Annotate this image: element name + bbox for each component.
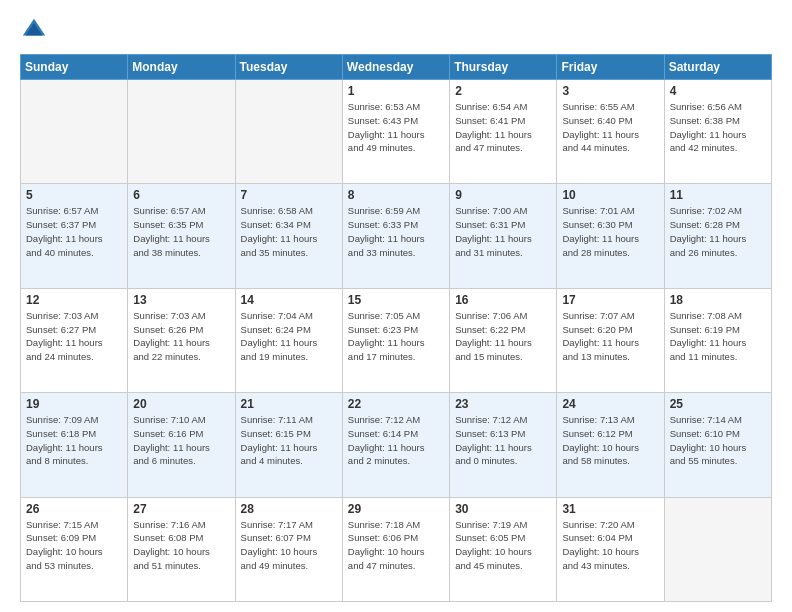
day-info: Sunrise: 7:06 AM Sunset: 6:22 PM Dayligh… (455, 309, 551, 364)
calendar-week-2: 5Sunrise: 6:57 AM Sunset: 6:37 PM Daylig… (21, 184, 772, 288)
weekday-header-saturday: Saturday (664, 55, 771, 80)
calendar-week-4: 19Sunrise: 7:09 AM Sunset: 6:18 PM Dayli… (21, 393, 772, 497)
weekday-header-wednesday: Wednesday (342, 55, 449, 80)
calendar-cell (21, 80, 128, 184)
day-info: Sunrise: 7:18 AM Sunset: 6:06 PM Dayligh… (348, 518, 444, 573)
calendar-cell: 27Sunrise: 7:16 AM Sunset: 6:08 PM Dayli… (128, 497, 235, 601)
day-number: 13 (133, 293, 229, 307)
day-info: Sunrise: 7:01 AM Sunset: 6:30 PM Dayligh… (562, 204, 658, 259)
day-number: 3 (562, 84, 658, 98)
day-number: 6 (133, 188, 229, 202)
day-info: Sunrise: 7:10 AM Sunset: 6:16 PM Dayligh… (133, 413, 229, 468)
day-number: 9 (455, 188, 551, 202)
calendar-cell: 7Sunrise: 6:58 AM Sunset: 6:34 PM Daylig… (235, 184, 342, 288)
day-number: 5 (26, 188, 122, 202)
weekday-header-sunday: Sunday (21, 55, 128, 80)
day-info: Sunrise: 6:57 AM Sunset: 6:37 PM Dayligh… (26, 204, 122, 259)
logo (20, 16, 52, 44)
calendar-cell: 31Sunrise: 7:20 AM Sunset: 6:04 PM Dayli… (557, 497, 664, 601)
day-number: 18 (670, 293, 766, 307)
day-info: Sunrise: 7:20 AM Sunset: 6:04 PM Dayligh… (562, 518, 658, 573)
calendar-cell: 23Sunrise: 7:12 AM Sunset: 6:13 PM Dayli… (450, 393, 557, 497)
day-info: Sunrise: 7:12 AM Sunset: 6:14 PM Dayligh… (348, 413, 444, 468)
day-info: Sunrise: 6:56 AM Sunset: 6:38 PM Dayligh… (670, 100, 766, 155)
day-info: Sunrise: 7:08 AM Sunset: 6:19 PM Dayligh… (670, 309, 766, 364)
weekday-header-row: SundayMondayTuesdayWednesdayThursdayFrid… (21, 55, 772, 80)
calendar-cell: 26Sunrise: 7:15 AM Sunset: 6:09 PM Dayli… (21, 497, 128, 601)
day-number: 31 (562, 502, 658, 516)
day-number: 8 (348, 188, 444, 202)
day-info: Sunrise: 7:15 AM Sunset: 6:09 PM Dayligh… (26, 518, 122, 573)
calendar-cell (664, 497, 771, 601)
calendar-cell: 3Sunrise: 6:55 AM Sunset: 6:40 PM Daylig… (557, 80, 664, 184)
day-info: Sunrise: 7:04 AM Sunset: 6:24 PM Dayligh… (241, 309, 337, 364)
day-info: Sunrise: 7:09 AM Sunset: 6:18 PM Dayligh… (26, 413, 122, 468)
day-number: 28 (241, 502, 337, 516)
day-number: 10 (562, 188, 658, 202)
calendar-cell: 21Sunrise: 7:11 AM Sunset: 6:15 PM Dayli… (235, 393, 342, 497)
day-number: 21 (241, 397, 337, 411)
page: SundayMondayTuesdayWednesdayThursdayFrid… (0, 0, 792, 612)
day-info: Sunrise: 7:16 AM Sunset: 6:08 PM Dayligh… (133, 518, 229, 573)
day-number: 17 (562, 293, 658, 307)
calendar-week-3: 12Sunrise: 7:03 AM Sunset: 6:27 PM Dayli… (21, 288, 772, 392)
day-info: Sunrise: 6:53 AM Sunset: 6:43 PM Dayligh… (348, 100, 444, 155)
day-number: 14 (241, 293, 337, 307)
day-info: Sunrise: 6:57 AM Sunset: 6:35 PM Dayligh… (133, 204, 229, 259)
calendar-cell: 6Sunrise: 6:57 AM Sunset: 6:35 PM Daylig… (128, 184, 235, 288)
calendar-cell: 13Sunrise: 7:03 AM Sunset: 6:26 PM Dayli… (128, 288, 235, 392)
day-number: 4 (670, 84, 766, 98)
day-info: Sunrise: 6:54 AM Sunset: 6:41 PM Dayligh… (455, 100, 551, 155)
calendar-cell: 29Sunrise: 7:18 AM Sunset: 6:06 PM Dayli… (342, 497, 449, 601)
calendar-cell: 16Sunrise: 7:06 AM Sunset: 6:22 PM Dayli… (450, 288, 557, 392)
day-info: Sunrise: 7:14 AM Sunset: 6:10 PM Dayligh… (670, 413, 766, 468)
calendar-cell: 12Sunrise: 7:03 AM Sunset: 6:27 PM Dayli… (21, 288, 128, 392)
header (20, 16, 772, 44)
day-number: 23 (455, 397, 551, 411)
calendar-cell: 20Sunrise: 7:10 AM Sunset: 6:16 PM Dayli… (128, 393, 235, 497)
day-info: Sunrise: 7:19 AM Sunset: 6:05 PM Dayligh… (455, 518, 551, 573)
day-info: Sunrise: 7:11 AM Sunset: 6:15 PM Dayligh… (241, 413, 337, 468)
calendar-cell: 9Sunrise: 7:00 AM Sunset: 6:31 PM Daylig… (450, 184, 557, 288)
day-number: 29 (348, 502, 444, 516)
calendar-cell: 14Sunrise: 7:04 AM Sunset: 6:24 PM Dayli… (235, 288, 342, 392)
day-number: 27 (133, 502, 229, 516)
calendar-cell: 8Sunrise: 6:59 AM Sunset: 6:33 PM Daylig… (342, 184, 449, 288)
calendar-cell: 18Sunrise: 7:08 AM Sunset: 6:19 PM Dayli… (664, 288, 771, 392)
calendar-cell: 5Sunrise: 6:57 AM Sunset: 6:37 PM Daylig… (21, 184, 128, 288)
calendar-cell: 11Sunrise: 7:02 AM Sunset: 6:28 PM Dayli… (664, 184, 771, 288)
day-info: Sunrise: 7:02 AM Sunset: 6:28 PM Dayligh… (670, 204, 766, 259)
weekday-header-friday: Friday (557, 55, 664, 80)
day-number: 15 (348, 293, 444, 307)
day-info: Sunrise: 7:17 AM Sunset: 6:07 PM Dayligh… (241, 518, 337, 573)
calendar-cell: 30Sunrise: 7:19 AM Sunset: 6:05 PM Dayli… (450, 497, 557, 601)
day-number: 26 (26, 502, 122, 516)
calendar-week-1: 1Sunrise: 6:53 AM Sunset: 6:43 PM Daylig… (21, 80, 772, 184)
day-number: 30 (455, 502, 551, 516)
day-info: Sunrise: 7:00 AM Sunset: 6:31 PM Dayligh… (455, 204, 551, 259)
day-info: Sunrise: 6:55 AM Sunset: 6:40 PM Dayligh… (562, 100, 658, 155)
logo-icon (20, 16, 48, 44)
day-number: 20 (133, 397, 229, 411)
calendar-cell (128, 80, 235, 184)
day-number: 7 (241, 188, 337, 202)
calendar-cell: 28Sunrise: 7:17 AM Sunset: 6:07 PM Dayli… (235, 497, 342, 601)
day-number: 19 (26, 397, 122, 411)
calendar-cell: 24Sunrise: 7:13 AM Sunset: 6:12 PM Dayli… (557, 393, 664, 497)
day-number: 16 (455, 293, 551, 307)
calendar-cell: 19Sunrise: 7:09 AM Sunset: 6:18 PM Dayli… (21, 393, 128, 497)
day-number: 22 (348, 397, 444, 411)
calendar-table: SundayMondayTuesdayWednesdayThursdayFrid… (20, 54, 772, 602)
day-number: 11 (670, 188, 766, 202)
day-info: Sunrise: 6:58 AM Sunset: 6:34 PM Dayligh… (241, 204, 337, 259)
weekday-header-tuesday: Tuesday (235, 55, 342, 80)
day-number: 24 (562, 397, 658, 411)
calendar-cell: 25Sunrise: 7:14 AM Sunset: 6:10 PM Dayli… (664, 393, 771, 497)
day-info: Sunrise: 7:03 AM Sunset: 6:27 PM Dayligh… (26, 309, 122, 364)
day-info: Sunrise: 6:59 AM Sunset: 6:33 PM Dayligh… (348, 204, 444, 259)
calendar-cell: 2Sunrise: 6:54 AM Sunset: 6:41 PM Daylig… (450, 80, 557, 184)
calendar-cell: 10Sunrise: 7:01 AM Sunset: 6:30 PM Dayli… (557, 184, 664, 288)
weekday-header-monday: Monday (128, 55, 235, 80)
calendar-cell: 4Sunrise: 6:56 AM Sunset: 6:38 PM Daylig… (664, 80, 771, 184)
calendar-cell (235, 80, 342, 184)
